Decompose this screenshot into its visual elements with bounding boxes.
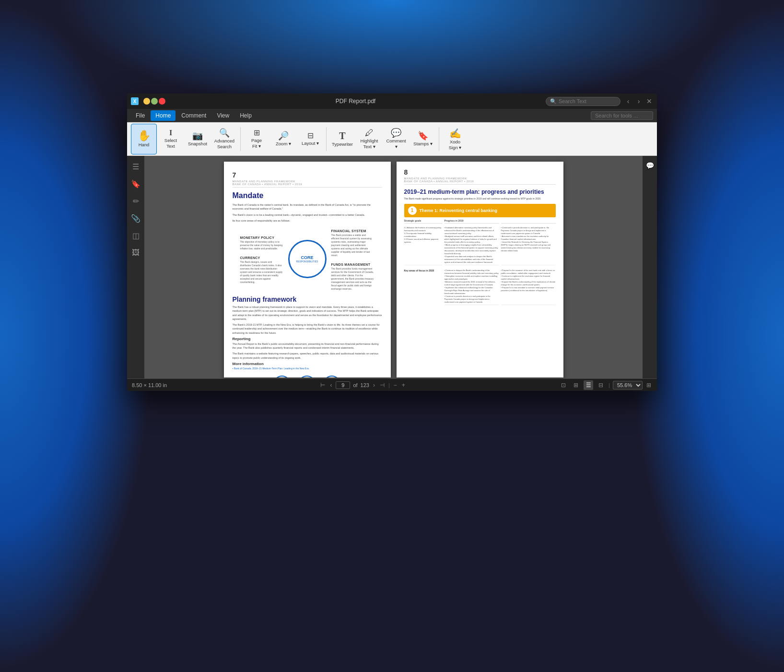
app-icon: X [131, 97, 139, 105]
progress-right-cell: • Continued to provide direction to, and… [501, 225, 556, 265]
highlight-text-tool[interactable]: 🖊 HighlightText ▾ [356, 124, 382, 154]
kr4: • Prepare for a new mandate to oversee r… [501, 286, 556, 292]
status-sep2: | [608, 382, 610, 388]
kr1: • Prepare for the issuance of the next b… [501, 269, 556, 275]
reporting-text2: The Bank maintains a website featuring r… [233, 352, 382, 360]
mandate-title: Mandate [233, 191, 382, 200]
view-single-button[interactable]: ⊡ [559, 380, 568, 390]
reinforce-icon-item: ⚙ REINFORCE [323, 376, 341, 377]
core-circle: CORE RESPONSIBILITIES [288, 240, 327, 278]
menu-help[interactable]: Help [235, 110, 257, 121]
theme-circle: 1 [408, 206, 417, 215]
page-fit-tool[interactable]: ⊞ PageFit ▾ [244, 124, 269, 154]
mandate-text1: The Bank of Canada is the nation's centr… [233, 203, 382, 211]
key-areas-label: Key areas of focus in 2020 [404, 267, 443, 305]
prev-page-button[interactable]: ‹ [329, 382, 333, 389]
chat-icon[interactable]: 💬 [644, 160, 655, 171]
page-fit-icon: ⊞ [254, 129, 260, 137]
k5: • Continue to provide direction to and p… [445, 295, 499, 304]
k2: • Strengthen economic models and explore… [445, 275, 499, 281]
view-fit-button[interactable]: ⊟ [596, 380, 606, 390]
right-page-title: 2019–21 medium-term plan: progress and p… [404, 189, 556, 195]
k4: • Implement the enhanced methodology for… [445, 286, 499, 295]
status-sep: | [388, 382, 390, 388]
stamps-icon: 🔖 [418, 131, 428, 140]
xodo-sign-tool[interactable]: ✍ XodoSign ▾ [442, 124, 468, 154]
hand-tool[interactable]: ✋ Hand [131, 124, 157, 154]
key-areas-left: • Continue to deepen the Bank's understa… [445, 267, 499, 305]
snapshot-label: Snapshot [188, 141, 207, 146]
zoom-select[interactable]: 55.6% [613, 381, 643, 389]
sidebar-bookmarks[interactable]: 🔖 [129, 177, 142, 190]
page-separator: of [353, 382, 357, 388]
sidebar-annotations[interactable]: ✏ [129, 194, 142, 208]
select-text-tool[interactable]: I SelectText [158, 124, 184, 154]
empty-header [501, 219, 556, 224]
view-scroll-button[interactable]: ☰ [584, 380, 593, 390]
kr2: • Continue to implement the resolution r… [501, 275, 556, 281]
advanced-search-tool[interactable]: 🔍 AdvancedSearch [211, 124, 237, 154]
nav-forward-button[interactable]: › [635, 97, 643, 105]
highlight-text-label: HighlightText ▾ [361, 138, 378, 149]
layout-tool[interactable]: ⊟ Layout ▾ [297, 124, 323, 154]
maximize-button[interactable] [151, 98, 158, 105]
k1: • Continue to deepen the Bank's understa… [445, 269, 499, 275]
currency-text: The Bank designs, issues and distributes… [240, 260, 283, 284]
search-tools-input[interactable] [591, 111, 653, 120]
first-page-button[interactable]: ⊢ [319, 382, 326, 389]
separator-3 [439, 127, 439, 151]
k3: • Advance research toward the 2021 renew… [445, 281, 499, 286]
sidebar-attachments[interactable]: 📎 [129, 212, 142, 225]
pdf-viewer[interactable]: 7 MANDATE AND PLANNING FRAMEWORK BANK OF… [144, 156, 643, 378]
comment-label: Comment ▾ [385, 138, 407, 149]
financial-system-text: The Bank promotes a stable and efficient… [331, 234, 374, 257]
pdf-pages[interactable]: 7 MANDATE AND PLANNING FRAMEWORK BANK OF… [144, 156, 643, 378]
zoom-out-button[interactable]: − [393, 382, 398, 389]
zoom-fit-button[interactable]: ⊞ [645, 382, 652, 389]
sidebar-thumbnails[interactable]: ☰ [129, 160, 142, 173]
sg-line2: 1.2 Incorporate financial stability cons… [404, 232, 443, 238]
typewriter-tool[interactable]: T Typewriter [329, 124, 355, 154]
snapshot-icon: 📷 [192, 131, 203, 140]
nav-back-button[interactable]: ‹ [624, 97, 632, 105]
hand-icon: ✋ [138, 130, 151, 141]
current-page-input[interactable] [336, 381, 350, 389]
zoom-label: Zoom ▾ [276, 141, 291, 146]
layout-icon: ⊟ [307, 132, 314, 140]
zoom-in-button[interactable]: + [401, 382, 406, 389]
menu-file[interactable]: File [131, 110, 150, 121]
sg-line3: 1.3 Ensure sound and effective payment s… [404, 238, 443, 244]
zoom-tool[interactable]: 🔎 Zoom ▾ [270, 124, 296, 154]
strategic-goals-header: Strategic goals [404, 219, 443, 224]
page-fit-label: PageFit ▾ [251, 138, 262, 149]
p2: • Analyzed various tariff scenarios and … [445, 235, 499, 244]
next-page-button[interactable]: › [372, 382, 376, 389]
renew-icon-item: 🌿 RENEW [298, 376, 316, 377]
left-page-header: MANDATE AND PLANNING FRAMEWORK BANK OF C… [233, 180, 382, 188]
comment-icon: 💬 [391, 129, 401, 137]
planning-text1: The Bank has a robust planning framework… [233, 305, 382, 321]
snapshot-tool[interactable]: 📷 Snapshot [185, 124, 211, 154]
menu-view[interactable]: View [212, 110, 234, 121]
title-search-box[interactable]: 🔍 [546, 97, 620, 106]
stamps-label: Stamps ▾ [413, 141, 433, 146]
xodo-sign-label: XodoSign ▾ [449, 139, 462, 150]
stamps-tool[interactable]: 🔖 Stamps ▾ [410, 124, 436, 154]
search-icon: 🔍 [550, 98, 557, 105]
menu-comment[interactable]: Comment [176, 110, 211, 121]
status-right: ⊡ ⊞ ☰ ⊟ | 55.6% ⊞ [559, 380, 652, 390]
core-diagram: MONETARY POLICY The objective of monetar… [233, 227, 382, 291]
sg-line1: 1.1 Advance the frontiers of monetary po… [404, 226, 443, 232]
close-button[interactable] [159, 98, 165, 105]
sidebar-signatures[interactable]: 🖼 [129, 246, 142, 259]
minimize-button[interactable] [143, 98, 150, 105]
p3: • Made progress in leveraging insights f… [445, 244, 499, 255]
close-icon[interactable]: ✕ [645, 97, 653, 105]
menu-home[interactable]: Home [151, 110, 176, 121]
title-search-input[interactable] [559, 98, 616, 104]
view-double-button[interactable]: ⊞ [571, 380, 581, 390]
last-page-button[interactable]: ⊣ [379, 382, 386, 389]
comment-tool[interactable]: 💬 Comment ▾ [383, 124, 409, 154]
app-window: X PDF Report.pdf 🔍 ‹ › ✕ File Home Comme… [127, 94, 657, 391]
sidebar-layers[interactable]: ◫ [129, 229, 142, 242]
